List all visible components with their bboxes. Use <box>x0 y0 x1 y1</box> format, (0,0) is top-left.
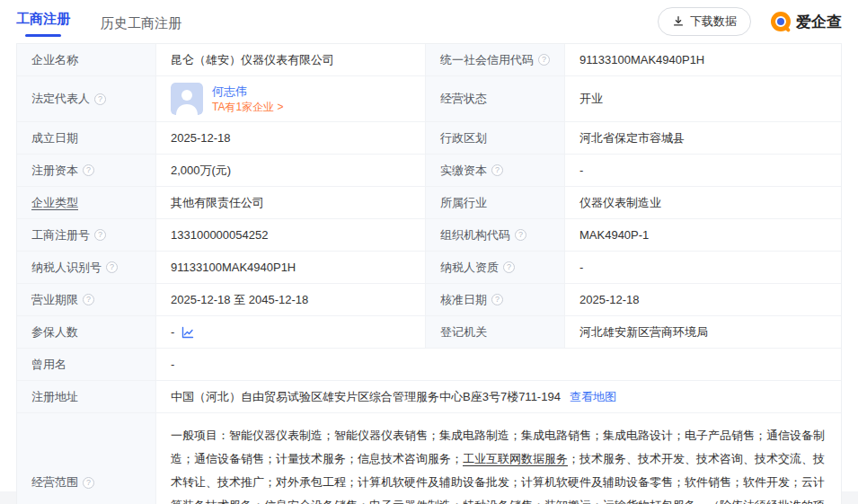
help-icon[interactable]: ? <box>83 294 94 305</box>
active-tab-underline <box>25 34 61 37</box>
former-name-label: 曾用名 <box>17 349 156 380</box>
org-code-value: MAK4940P-1 <box>565 219 841 251</box>
reg-capital-label: 注册资本 ? <box>17 155 156 186</box>
legal-rep-name-link[interactable]: 何志伟 <box>212 84 283 99</box>
table-row: 营业期限 ? 2025-12-18 至 2045-12-18 核准日期 ? 20… <box>17 284 841 316</box>
registration-info-table: 企业名称 昆仑（雄安）仪器仪表有限公司 统一社会信用代码 ? 91133100M… <box>16 43 842 504</box>
help-icon[interactable]: ? <box>106 261 118 273</box>
help-icon[interactable]: ? <box>94 229 106 241</box>
company-type-term[interactable]: 企业类型 <box>31 195 78 211</box>
taxpayer-id-label: 纳税人识别号 ? <box>17 252 156 283</box>
table-row: 企业类型 其他有限责任公司 所属行业 仪器仪表制造业 <box>17 187 841 219</box>
approval-date-label: 核准日期 ? <box>426 284 565 315</box>
industry-value: 仪器仪表制造业 <box>565 187 841 218</box>
aiqicha-logo-icon <box>771 12 791 31</box>
admin-division-label: 行政区划 <box>426 122 565 154</box>
taxpayer-quality-label: 纳税人资质 ? <box>426 252 565 283</box>
org-code-label: 组织机构代码 ? <box>426 219 565 251</box>
biz-status-value: 开业 <box>565 76 841 121</box>
legal-rep-value: 何志伟 TA有1家企业 > <box>156 76 426 121</box>
help-icon[interactable]: ? <box>503 261 515 273</box>
table-row: 企业名称 昆仑（雄安）仪器仪表有限公司 统一社会信用代码 ? 91133100M… <box>17 44 841 76</box>
former-name-value: - <box>156 349 841 380</box>
table-row: 法定代表人 ? 何志伟 TA有1家企业 > 经营状态 <box>17 76 841 122</box>
taxpayer-id-value: 91133100MAK4940P1H <box>156 252 426 283</box>
brand-name: 爱企查 <box>796 12 842 32</box>
tab-bar: 工商注册 历史工商注册 <box>16 7 181 37</box>
reg-capital-value: 2,000万(元) <box>156 155 426 186</box>
company-type-label: 企业类型 <box>17 187 156 218</box>
reg-number-label: 工商注册号 ? <box>17 219 156 251</box>
help-icon[interactable]: ? <box>83 477 94 489</box>
help-icon[interactable]: ? <box>94 93 106 105</box>
insured-count-label: 参保人数 <box>17 316 156 348</box>
business-term-value: 2025-12-18 至 2045-12-18 <box>156 284 426 315</box>
tab-business-registration[interactable]: 工商注册 <box>16 7 70 37</box>
approval-date-value: 2025-12-18 <box>565 284 841 315</box>
admin-division-value: 河北省保定市容城县 <box>565 122 841 154</box>
insured-count-value: - <box>156 316 426 348</box>
scope-underlined-term[interactable]: 工业互联网数据服务 <box>463 452 568 465</box>
establish-date-value: 2025-12-18 <box>156 122 426 154</box>
table-row: 参保人数 - 登记机关 河北雄安新区营商环境局 <box>17 316 841 349</box>
registry-authority-value: 河北雄安新区营商环境局 <box>565 316 841 348</box>
legal-rep-label: 法定代表人 ? <box>17 76 156 121</box>
establish-date-label: 成立日期 <box>17 122 156 154</box>
company-type-value: 其他有限责任公司 <box>156 187 426 218</box>
industry-label: 所属行业 <box>426 187 565 218</box>
help-icon[interactable]: ? <box>491 294 503 305</box>
help-icon[interactable]: ? <box>491 164 503 176</box>
credit-code-value: 91133100MAK4940P1H <box>565 44 841 75</box>
reg-address-value: 中国（河北）自由贸易试验区雄安片区综合管理服务中心B座3号7楼711-194 查… <box>156 381 841 412</box>
business-scope-value: 一般项目：智能仪器仪表制造；智能仪器仪表销售；集成电路制造；集成电路销售；集成电… <box>156 413 841 504</box>
tab-label: 历史工商注册 <box>101 15 181 31</box>
download-data-button[interactable]: 下载数据 <box>658 7 751 36</box>
table-row: 曾用名 - <box>17 349 841 381</box>
reg-number-value: 133100000054252 <box>156 219 426 251</box>
company-name-label: 企业名称 <box>17 44 156 75</box>
help-icon[interactable]: ? <box>538 54 550 66</box>
taxpayer-quality-value: - <box>565 252 841 283</box>
insured-trend-chart-icon[interactable] <box>181 326 194 339</box>
help-icon[interactable]: ? <box>515 229 526 241</box>
table-row: 注册资本 ? 2,000万(元) 实缴资本 ? - <box>17 155 841 187</box>
legal-rep-companies-link[interactable]: TA有1家企业 > <box>212 101 283 113</box>
tab-label: 工商注册 <box>16 11 70 26</box>
tab-history-registration[interactable]: 历史工商注册 <box>101 12 181 32</box>
brand-logo[interactable]: 爱企查 <box>771 12 842 32</box>
header-actions: 下载数据 爱企查 <box>658 7 842 36</box>
business-scope-label: 经营范围 ? <box>17 413 156 504</box>
business-term-label: 营业期限 ? <box>17 284 156 315</box>
table-row: 工商注册号 ? 133100000054252 组织机构代码 ? MAK4940… <box>17 219 841 252</box>
panel-header: 工商注册 历史工商注册 下载数据 爱企查 <box>0 0 858 43</box>
biz-status-label: 经营状态 <box>426 76 565 121</box>
registry-authority-label: 登记机关 <box>426 316 565 348</box>
credit-code-label: 统一社会信用代码 ? <box>426 44 565 75</box>
paid-capital-label: 实缴资本 ? <box>426 155 565 186</box>
help-icon[interactable]: ? <box>83 164 94 176</box>
table-row: 纳税人识别号 ? 91133100MAK4940P1H 纳税人资质 ? - <box>17 252 841 284</box>
table-row: 注册地址 中国（河北）自由贸易试验区雄安片区综合管理服务中心B座3号7楼711-… <box>17 381 841 413</box>
legal-rep-avatar[interactable] <box>171 83 203 115</box>
view-map-link[interactable]: 查看地图 <box>570 389 616 405</box>
company-name-value: 昆仑（雄安）仪器仪表有限公司 <box>156 44 426 75</box>
reg-address-label: 注册地址 <box>17 381 156 412</box>
download-icon <box>672 15 685 28</box>
download-label: 下载数据 <box>690 13 737 30</box>
table-row: 经营范围 ? 一般项目：智能仪器仪表制造；智能仪器仪表销售；集成电路制造；集成电… <box>17 413 841 504</box>
registration-panel: 工商注册 历史工商注册 下载数据 爱企查 <box>0 0 858 491</box>
paid-capital-value: - <box>565 155 841 186</box>
table-row: 成立日期 2025-12-18 行政区划 河北省保定市容城县 <box>17 122 841 155</box>
